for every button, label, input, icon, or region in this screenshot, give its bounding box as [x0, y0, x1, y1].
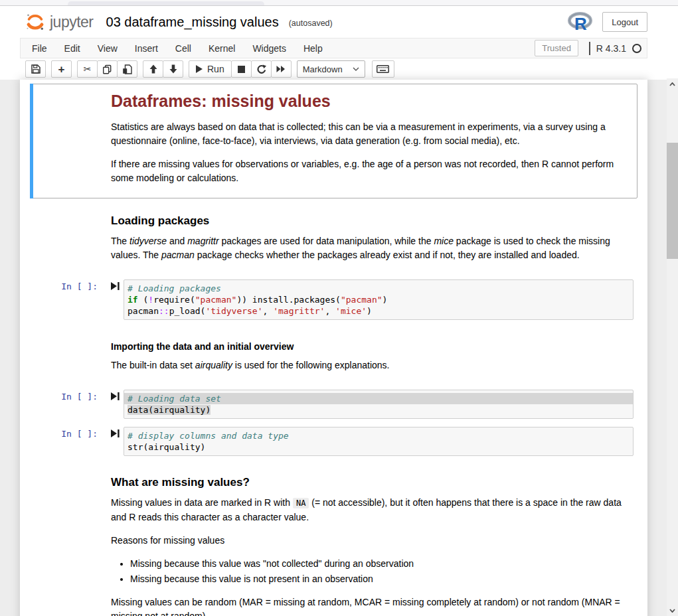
command-palette-button[interactable] [372, 60, 394, 78]
copy-icon [102, 64, 112, 74]
text-segment: The built-in data set [111, 360, 195, 370]
code-cell[interactable]: In [ ]: # Loading packagesif (!require("… [30, 275, 637, 324]
menu-cell[interactable]: Cell [167, 39, 200, 58]
text-segment: mice [434, 236, 454, 246]
markdown-cell[interactable]: Importing the data and an initial overvi… [30, 324, 637, 386]
paragraph: Missing values in data are marked in R w… [111, 496, 630, 524]
menu-widgets[interactable]: Widgets [244, 39, 295, 58]
text-segment: packages are used for data manipulation,… [219, 236, 434, 246]
trusted-button[interactable]: Trusted [535, 40, 578, 56]
cell-prompt-area [34, 328, 107, 382]
code-token: 'tidyverse' [205, 306, 262, 316]
logout-button[interactable]: Logout [602, 12, 647, 32]
code-token: 'mice' [335, 306, 367, 316]
save-button[interactable] [25, 60, 46, 78]
toolbar-row: + ✂ [0, 58, 678, 80]
code-token: , [325, 306, 335, 316]
menubar-row: File Edit View Insert Cell Kernel Widget… [0, 38, 678, 58]
cell-prompt-area [34, 88, 107, 194]
code-input-area[interactable]: # Loading packagesif (!require("pacman")… [124, 279, 634, 320]
run-cell-icon[interactable] [111, 392, 120, 400]
text-segment: NA [293, 498, 309, 508]
svg-text:R: R [574, 14, 587, 33]
save-group [25, 60, 46, 78]
code-line[interactable]: if (!require("pacman")) install.packages… [124, 294, 633, 305]
notebook-scroll-area[interactable]: Dataframes: missing values Statistics ar… [0, 80, 678, 616]
cell-type-value: Markdown [303, 64, 343, 74]
code-line[interactable]: # display columns and data type [124, 430, 633, 441]
run-cell-icon[interactable] [111, 282, 120, 290]
code-cell[interactable]: In [ ]: # display columns and data types… [30, 423, 637, 460]
run-button[interactable]: Run [189, 60, 232, 78]
code-token: 'magrittr' [273, 306, 325, 316]
kernel-name: R 4.3.1 [596, 43, 626, 54]
markdown-cell[interactable]: What are missing values? Missing values … [30, 460, 637, 616]
code-token: require( [153, 295, 195, 305]
save-icon [31, 64, 41, 74]
cut-cell-button[interactable]: ✂ [77, 60, 98, 78]
cell-type-dropdown[interactable]: Markdown [297, 60, 365, 78]
chevron-down-icon [669, 609, 675, 613]
code-token: ) [367, 306, 372, 316]
code-token: ) [382, 295, 388, 305]
arrow-down-icon [169, 64, 178, 74]
menu-insert[interactable]: Insert [126, 39, 167, 58]
code-input-area[interactable]: # display columns and data typestr(airqu… [124, 427, 634, 456]
paragraph: If there are missing values for observat… [111, 157, 630, 185]
code-line[interactable]: # Loading packages [124, 283, 633, 294]
code-line[interactable]: # Loading data set [124, 393, 633, 404]
menu-edit[interactable]: Edit [56, 39, 89, 58]
stop-icon [238, 66, 245, 73]
jupyter-notebook-page: jupyter 03 dataframe_missing values (aut… [0, 0, 678, 616]
insert-group: + [51, 60, 72, 78]
run-label: Run [207, 64, 224, 74]
markdown-rendered-text: What are missing values? Missing values … [107, 464, 634, 616]
code-line[interactable]: pacman::p_load('tidyverse', 'magrittr', … [124, 305, 633, 317]
restart-kernel-button[interactable] [251, 60, 272, 78]
code-line[interactable]: str(airquality) [124, 441, 633, 453]
menu-kernel[interactable]: Kernel [200, 39, 244, 58]
scroll-down-button[interactable] [667, 605, 678, 616]
markdown-rendered-text: Dataframes: missing values Statistics ar… [107, 88, 634, 194]
move-cell-up-button[interactable] [143, 60, 163, 78]
menu-view[interactable]: View [89, 39, 126, 58]
input-prompt: In [ ]: [61, 281, 98, 291]
arrow-up-icon [149, 64, 158, 74]
r-kernel-logo-icon: R [567, 12, 594, 33]
code-input-area[interactable]: # Loading data setdata(airquality) [124, 390, 634, 419]
code-editor[interactable]: # Loading data setdata(airquality) [124, 390, 633, 418]
paste-cell-button[interactable] [117, 60, 137, 78]
copy-cell-button[interactable] [97, 60, 118, 78]
code-token: data(airquality) [127, 405, 211, 415]
code-token: # display columns and data type [127, 431, 289, 441]
cell-prompt-area [34, 464, 107, 616]
h3-what-are-missing-values: What are missing values? [111, 476, 630, 489]
vertical-scrollbar[interactable] [667, 78, 678, 616]
list-item: Missing because this value was "not coll… [130, 557, 630, 571]
notebook-title[interactable]: 03 dataframe_missing values [106, 15, 279, 30]
code-line[interactable]: data(airquality) [124, 404, 633, 416]
text-segment: and [167, 236, 187, 246]
scrollbar-thumb[interactable] [667, 143, 678, 259]
cell-prompt-area: In [ ]: [34, 427, 124, 438]
paragraph: Reasons for missing values [111, 534, 630, 548]
refresh-icon [256, 64, 266, 74]
h4-importing-the-data: Importing the data and an initial overvi… [111, 341, 630, 352]
code-editor[interactable]: # Loading packagesif (!require("pacman")… [124, 280, 633, 319]
menu-file[interactable]: File [23, 39, 56, 58]
markdown-cell[interactable]: Loading packages The tidyverse and magri… [30, 198, 637, 275]
code-cell[interactable]: In [ ]: # Loading data setdata(airqualit… [30, 386, 637, 423]
code-editor[interactable]: # display columns and data typestr(airqu… [124, 427, 633, 455]
move-cell-down-button[interactable] [163, 60, 183, 78]
restart-run-all-button[interactable] [271, 60, 292, 78]
scroll-up-button[interactable] [667, 78, 678, 90]
markdown-cell[interactable]: Dataframes: missing values Statistics ar… [30, 84, 637, 198]
text-segment: pacman [161, 250, 195, 260]
interrupt-kernel-button[interactable] [231, 60, 252, 78]
text-segment: package checks whether the packages alre… [195, 250, 580, 260]
run-cell-icon[interactable] [111, 429, 120, 437]
add-cell-button[interactable]: + [51, 60, 72, 78]
menu-help[interactable]: Help [295, 39, 331, 58]
jupyter-logo[interactable]: jupyter [25, 12, 94, 32]
chevron-up-icon [669, 82, 675, 86]
